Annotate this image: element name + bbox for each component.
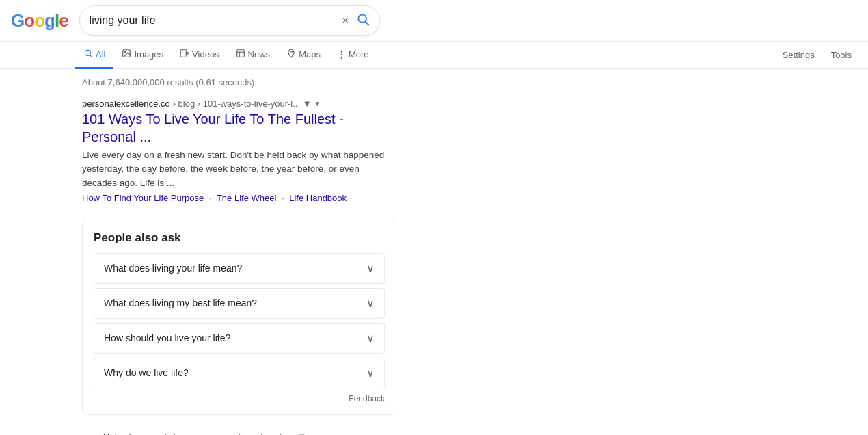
tab-images-label: Images [134, 49, 163, 60]
svg-point-5 [125, 51, 126, 53]
result-2-domain: www.lifehack.org [82, 432, 149, 435]
result-1-link-3[interactable]: Life Handbook [289, 193, 347, 203]
svg-line-3 [90, 55, 92, 57]
paa-chevron-4: ∨ [366, 367, 375, 380]
more-icon: ⋮ [337, 49, 346, 60]
paa-item-3-text: How should you live your life? [104, 332, 230, 343]
videos-icon [180, 49, 189, 60]
tab-news-label: News [248, 49, 271, 60]
paa-chevron-1: ∨ [366, 262, 375, 275]
result-1-link-2[interactable]: The Life Wheel [217, 193, 276, 203]
search-result-2: www.lifehack.org › articles › communicat… [82, 432, 396, 435]
paa-chevron-2: ∨ [366, 297, 375, 310]
results-count: About 7,640,000,000 results (0.61 second… [82, 77, 396, 88]
settings-link[interactable]: Settings [777, 43, 820, 67]
result-2-path: › articles › communication › how-liv... … [152, 432, 306, 435]
paa-item-2[interactable]: What does living my best life mean? ∨ [94, 288, 385, 319]
svg-point-2 [85, 50, 90, 55]
result-2-url: www.lifehack.org › articles › communicat… [82, 432, 396, 435]
all-icon [83, 49, 93, 60]
clear-icon[interactable]: × [342, 14, 349, 27]
paa-chevron-3: ∨ [366, 332, 375, 345]
paa-item-4[interactable]: Why do we live life? ∨ [94, 358, 385, 388]
result-1-url: personalexcellence.co › blog › 101-ways-… [82, 98, 396, 109]
tab-all-label: All [96, 49, 105, 60]
search-button[interactable] [356, 12, 370, 29]
paa-item-4-text: Why do we live life? [104, 367, 189, 378]
result-1-links: How To Find Your Life Purpose · The Life… [82, 193, 396, 203]
people-also-ask: People also ask What does living your li… [82, 220, 396, 415]
tab-videos-label: Videos [192, 49, 219, 60]
search-icon [356, 12, 370, 26]
result-1-menu-arrow[interactable]: ▼ [314, 100, 321, 107]
result-1-title[interactable]: 101 Ways To Live Your Life To The Fulles… [82, 110, 396, 146]
search-bar[interactable]: × [79, 5, 380, 36]
result-1-domain: personalexcellence.co [82, 98, 170, 109]
main-content: About 7,640,000,000 results (0.61 second… [0, 69, 478, 435]
tab-all[interactable]: All [75, 42, 113, 69]
nav-settings-tools: Settings Tools [777, 43, 857, 67]
paa-item-1-text: What does living your life mean? [104, 263, 242, 274]
svg-point-11 [290, 51, 293, 53]
tab-maps[interactable]: Maps [278, 42, 329, 69]
maps-icon [286, 49, 296, 60]
tab-maps-label: Maps [299, 49, 321, 60]
search-result-1: personalexcellence.co › blog › 101-ways-… [82, 98, 396, 203]
result-1-path: › blog › 101-ways-to-live-your-l... ▼ [173, 98, 312, 109]
header: Google × [0, 0, 868, 42]
tab-more[interactable]: ⋮ More [329, 42, 377, 68]
result-1-link-1[interactable]: How To Find Your Life Purpose [82, 193, 204, 203]
svg-line-1 [365, 21, 368, 25]
google-logo: Google [11, 10, 68, 31]
paa-title: People also ask [94, 231, 385, 245]
svg-marker-7 [186, 51, 189, 55]
search-input[interactable] [90, 14, 342, 27]
news-icon [236, 49, 245, 60]
tab-news[interactable]: News [228, 42, 279, 69]
paa-item-3[interactable]: How should you live your life? ∨ [94, 323, 385, 354]
images-icon [122, 49, 131, 60]
nav-tabs: All Images Videos News Maps ⋮ More Setti… [0, 42, 868, 69]
tab-more-label: More [349, 49, 369, 60]
paa-feedback[interactable]: Feedback [94, 394, 385, 404]
result-1-snippet: Live every day on a fresh new start. Don… [82, 148, 396, 190]
svg-rect-8 [236, 50, 244, 57]
tab-images[interactable]: Images [113, 42, 172, 69]
tools-link[interactable]: Tools [826, 43, 857, 67]
tab-videos[interactable]: Videos [172, 42, 228, 69]
paa-item-2-text: What does living my best life mean? [104, 298, 257, 308]
paa-item-1[interactable]: What does living your life mean? ∨ [94, 253, 385, 284]
